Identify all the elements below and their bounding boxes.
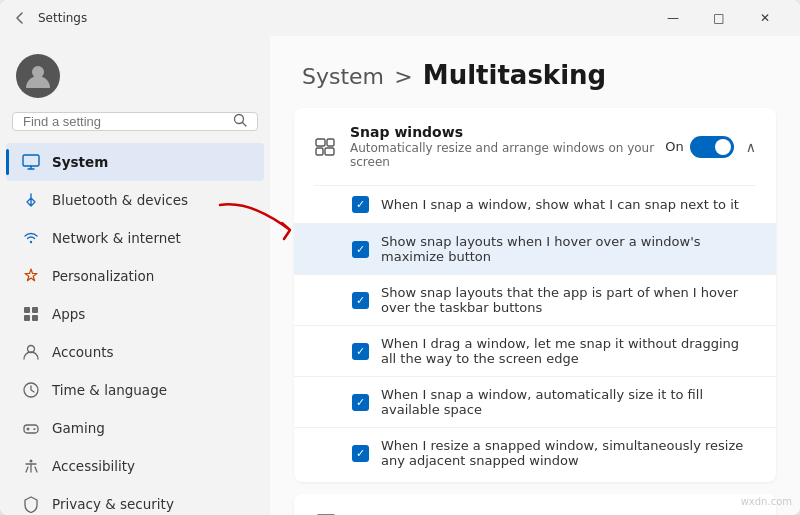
toggle-switch[interactable] <box>690 136 734 158</box>
snap-windows-title: Snap windows <box>350 124 665 140</box>
snap-windows-subtitle: Automatically resize and arrange windows… <box>350 141 665 169</box>
desktops-card: Desktops ∨ <box>294 494 776 515</box>
time-icon <box>22 381 40 399</box>
checkbox-2[interactable]: ✓ <box>352 241 369 258</box>
sidebar-item-label: Apps <box>52 306 85 322</box>
system-icon <box>22 153 40 171</box>
sidebar-item-accounts[interactable]: Accounts <box>6 333 264 371</box>
svg-rect-13 <box>327 139 334 146</box>
snap-checkbox-4[interactable]: ✓ When I drag a window, let me snap it w… <box>294 325 776 376</box>
sidebar-item-personalization[interactable]: Personalization <box>6 257 264 295</box>
svg-point-3 <box>30 241 32 243</box>
close-button[interactable]: ✕ <box>742 0 788 36</box>
avatar <box>16 54 60 98</box>
sidebar-item-accessibility[interactable]: Accessibility <box>6 447 264 485</box>
snap-windows-icon <box>314 135 336 159</box>
content-area: System > Multitasking Snap windows Autom… <box>270 36 800 515</box>
checkbox-4[interactable]: ✓ <box>352 343 369 360</box>
gaming-icon <box>22 419 40 437</box>
network-icon <box>22 229 40 247</box>
sidebar-item-label: Bluetooth & devices <box>52 192 188 208</box>
sidebar-item-label: Privacy & security <box>52 496 174 512</box>
sidebar-item-label: Personalization <box>52 268 154 284</box>
breadcrumb-system: System <box>302 64 384 89</box>
user-section <box>0 36 270 112</box>
personalization-icon <box>22 267 40 285</box>
desktops-header[interactable]: Desktops ∨ <box>294 494 776 515</box>
svg-point-11 <box>30 460 33 463</box>
sidebar-item-label: Accessibility <box>52 458 135 474</box>
watermark: wxdn.com <box>741 496 792 507</box>
breadcrumb: System > Multitasking <box>270 36 800 108</box>
svg-rect-2 <box>23 155 39 166</box>
checkbox-3[interactable]: ✓ <box>352 292 369 309</box>
accounts-icon <box>22 343 40 361</box>
back-button[interactable] <box>12 10 28 26</box>
snap-toggle[interactable]: On <box>665 136 733 158</box>
chevron-up-icon: ∧ <box>746 139 756 155</box>
search-icon <box>233 113 247 130</box>
privacy-icon <box>22 495 40 513</box>
search-input[interactable] <box>23 114 233 129</box>
page-title: Multitasking <box>423 60 606 90</box>
svg-rect-12 <box>316 139 325 146</box>
svg-rect-10 <box>24 425 38 433</box>
snap-windows-header[interactable]: Snap windows Automatically resize and ar… <box>294 108 776 185</box>
svg-rect-4 <box>24 307 30 313</box>
titlebar: Settings — □ ✕ <box>0 0 800 36</box>
snap-checkbox-2[interactable]: ✓ Show snap layouts when I hover over a … <box>294 223 776 274</box>
checkbox-1[interactable]: ✓ <box>352 196 369 213</box>
apps-icon <box>22 305 40 323</box>
maximize-button[interactable]: □ <box>696 0 742 36</box>
sidebar-item-system[interactable]: System <box>6 143 264 181</box>
breadcrumb-separator: > <box>394 64 412 89</box>
svg-rect-7 <box>32 315 38 321</box>
sidebar-item-label: Network & internet <box>52 230 181 246</box>
toggle-label: On <box>665 139 683 154</box>
svg-rect-6 <box>24 315 30 321</box>
search-box[interactable] <box>12 112 258 131</box>
sidebar-item-apps[interactable]: Apps <box>6 295 264 333</box>
sidebar-item-label: Accounts <box>52 344 114 360</box>
sidebar-item-label: Time & language <box>52 382 167 398</box>
svg-rect-5 <box>32 307 38 313</box>
snap-windows-card: Snap windows Automatically resize and ar… <box>294 108 776 482</box>
snap-checkbox-3[interactable]: ✓ Show snap layouts that the app is part… <box>294 274 776 325</box>
sidebar: System Bluetooth & devices Network & int… <box>0 36 270 515</box>
sidebar-item-label: System <box>52 154 108 170</box>
svg-rect-15 <box>325 148 334 155</box>
accessibility-icon <box>22 457 40 475</box>
sidebar-item-gaming[interactable]: Gaming <box>6 409 264 447</box>
snap-checkbox-6[interactable]: ✓ When I resize a snapped window, simult… <box>294 427 776 482</box>
svg-rect-14 <box>316 148 323 155</box>
snap-checkbox-5[interactable]: ✓ When I snap a window, automatically si… <box>294 376 776 427</box>
bluetooth-icon <box>22 191 40 209</box>
desktops-icon <box>314 510 338 515</box>
window-title: Settings <box>38 11 87 25</box>
sidebar-item-privacy[interactable]: Privacy & security <box>6 485 264 515</box>
snap-checkbox-1[interactable]: ✓ When I snap a window, show what I can … <box>294 186 776 223</box>
sidebar-item-bluetooth[interactable]: Bluetooth & devices <box>6 181 264 219</box>
checkbox-6[interactable]: ✓ <box>352 445 369 462</box>
checkbox-5[interactable]: ✓ <box>352 394 369 411</box>
sidebar-item-network[interactable]: Network & internet <box>6 219 264 257</box>
minimize-button[interactable]: — <box>650 0 696 36</box>
sidebar-item-time[interactable]: Time & language <box>6 371 264 409</box>
sidebar-item-label: Gaming <box>52 420 105 436</box>
